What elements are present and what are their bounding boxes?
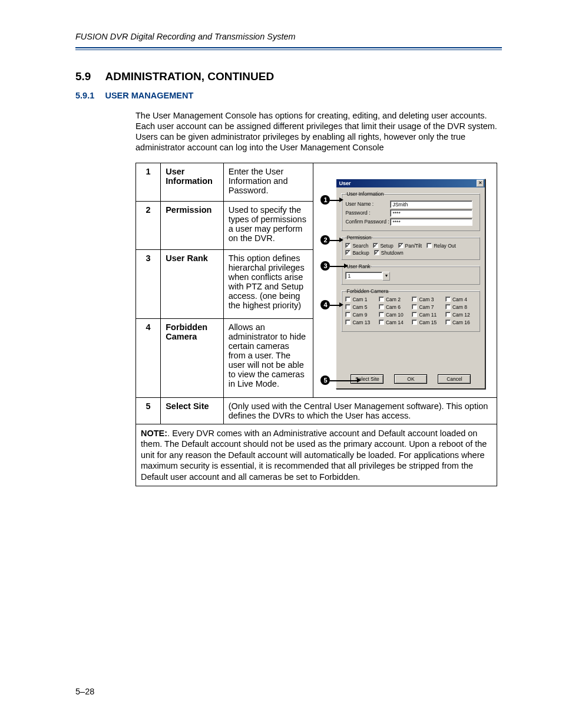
row-desc: Used to specify the types of permissions…: [223, 201, 313, 249]
callout-2: 2: [320, 235, 330, 245]
running-header: FUSION DVR Digital Recording and Transmi…: [75, 32, 502, 46]
permission-label: Backup: [352, 250, 369, 256]
camera-label: Cam 4: [452, 297, 467, 302]
select-site-button[interactable]: Select Site: [351, 374, 384, 384]
row-name: ForbiddenCamera: [161, 318, 224, 397]
note-text: . Every DVR comes with an Administrative…: [141, 429, 487, 482]
camera-label: Cam 9: [352, 312, 367, 318]
checkbox-icon[interactable]: [412, 304, 417, 309]
user-rank-group: User Rank 1 ▼: [341, 263, 480, 285]
page-number: 5–28: [75, 687, 94, 696]
cancel-button[interactable]: Cancel: [438, 374, 471, 384]
camera-checkbox[interactable]: Cam 7: [412, 304, 443, 310]
close-icon[interactable]: ×: [477, 180, 484, 187]
ok-button[interactable]: OK: [394, 374, 427, 384]
intro-paragraph: The User Management Console has options …: [135, 110, 502, 153]
camera-checkbox[interactable]: Cam 14: [379, 319, 410, 325]
row-number: 3: [136, 250, 161, 319]
password-field[interactable]: ****: [390, 209, 472, 217]
checkbox-icon[interactable]: [445, 297, 451, 302]
camera-checkbox[interactable]: Cam 4: [445, 297, 477, 302]
dialog-titlebar: User ×: [336, 179, 485, 187]
checkbox-icon[interactable]: [379, 304, 384, 309]
camera-label: Cam 5: [352, 304, 367, 310]
checkbox-icon[interactable]: [412, 297, 417, 302]
permission-legend: Permission: [345, 235, 372, 241]
user-information-group: User Information User Name : JSmith Pass…: [341, 191, 480, 231]
camera-checkbox[interactable]: Cam 2: [379, 297, 410, 302]
checkbox-icon[interactable]: ✓: [398, 243, 404, 248]
user-rank-value[interactable]: 1: [345, 272, 382, 279]
permission-checkbox[interactable]: ✓Search: [345, 243, 368, 249]
dialog-title: User: [339, 180, 351, 186]
camera-checkbox[interactable]: Cam 3: [412, 297, 443, 302]
callout-4: 4: [320, 300, 330, 309]
permission-checkbox[interactable]: ✓Setup: [373, 243, 393, 249]
section-title: ADMINISTRATION, CONTINUED: [105, 70, 274, 83]
confirm-password-label: Confirm Password :: [345, 219, 390, 225]
subsection-number: 5.9.1: [75, 91, 103, 100]
note-label: NOTE:: [141, 429, 167, 438]
checkbox-icon[interactable]: [379, 312, 384, 317]
camera-label: Cam 16: [452, 319, 470, 325]
row-name: User Rank: [161, 250, 224, 319]
camera-checkbox[interactable]: Cam 12: [445, 312, 477, 318]
row-desc: Enter the User Information and Password.: [223, 163, 313, 201]
username-field[interactable]: JSmith: [390, 200, 472, 208]
checkbox-icon[interactable]: [345, 297, 351, 302]
header-rule-thick: [75, 47, 502, 48]
row-name: UserInformation: [161, 163, 224, 201]
camera-label: Cam 11: [419, 312, 437, 318]
checkbox-icon[interactable]: [427, 243, 432, 248]
checkbox-icon[interactable]: [412, 319, 417, 325]
callout-3: 3: [320, 261, 330, 271]
checkbox-icon[interactable]: [379, 297, 384, 302]
checkbox-icon[interactable]: [379, 319, 384, 325]
section-number: 5.9: [75, 70, 103, 83]
user-rank-combo[interactable]: 1 ▼: [345, 272, 390, 281]
figure-cell: 1 2 3 4 5: [313, 163, 497, 397]
checkbox-icon[interactable]: [345, 304, 351, 309]
camera-checkbox[interactable]: Cam 9: [345, 312, 376, 318]
permission-checkbox[interactable]: ✓Backup: [345, 250, 369, 256]
camera-label: Cam 15: [419, 319, 437, 325]
checkbox-icon[interactable]: ✓: [345, 250, 351, 255]
permission-checkbox[interactable]: Relay Out: [427, 243, 456, 249]
checkbox-icon[interactable]: ✓: [345, 243, 351, 248]
table-row: 5 Select Site (Only used with the Centra…: [136, 397, 497, 424]
checkbox-icon[interactable]: [345, 312, 351, 317]
camera-checkbox[interactable]: Cam 13: [345, 319, 376, 325]
checkbox-icon[interactable]: [445, 312, 451, 317]
camera-label: Cam 14: [386, 319, 404, 325]
table-note-row: NOTE:. Every DVR comes with an Administr…: [136, 424, 497, 486]
camera-checkbox[interactable]: Cam 6: [379, 304, 410, 310]
note-cell: NOTE:. Every DVR comes with an Administr…: [136, 424, 497, 486]
camera-checkbox[interactable]: Cam 10: [379, 312, 410, 318]
permission-label: Setup: [380, 243, 393, 249]
checkbox-icon[interactable]: ✓: [374, 250, 379, 255]
row-number: 5: [136, 397, 161, 424]
checkbox-icon[interactable]: [412, 312, 417, 317]
checkbox-icon[interactable]: ✓: [373, 243, 378, 248]
camera-label: Cam 2: [386, 297, 401, 302]
camera-checkbox[interactable]: Cam 5: [345, 304, 376, 310]
camera-label: Cam 3: [419, 297, 434, 302]
chevron-down-icon[interactable]: ▼: [382, 272, 390, 281]
camera-checkbox[interactable]: Cam 8: [445, 304, 477, 310]
camera-checkbox[interactable]: Cam 11: [412, 312, 443, 318]
checkbox-icon[interactable]: [445, 304, 451, 309]
permission-checkbox[interactable]: ✓Pan/Tilt: [398, 243, 422, 249]
row-name: Select Site: [161, 397, 224, 424]
camera-checkbox[interactable]: Cam 15: [412, 319, 443, 325]
permission-checkbox[interactable]: ✓Shutdown: [374, 250, 404, 256]
callout-1: 1: [320, 195, 330, 205]
camera-checkbox[interactable]: Cam 16: [445, 319, 477, 325]
camera-label: Cam 6: [386, 304, 401, 310]
camera-checkbox[interactable]: Cam 1: [345, 297, 376, 302]
header-rule-thin: [75, 50, 502, 50]
confirm-password-field[interactable]: ****: [390, 218, 472, 226]
table-row: 1 UserInformation Enter the User Informa…: [136, 163, 497, 201]
row-number: 1: [136, 163, 161, 201]
checkbox-icon[interactable]: [345, 319, 351, 325]
checkbox-icon[interactable]: [445, 319, 451, 325]
